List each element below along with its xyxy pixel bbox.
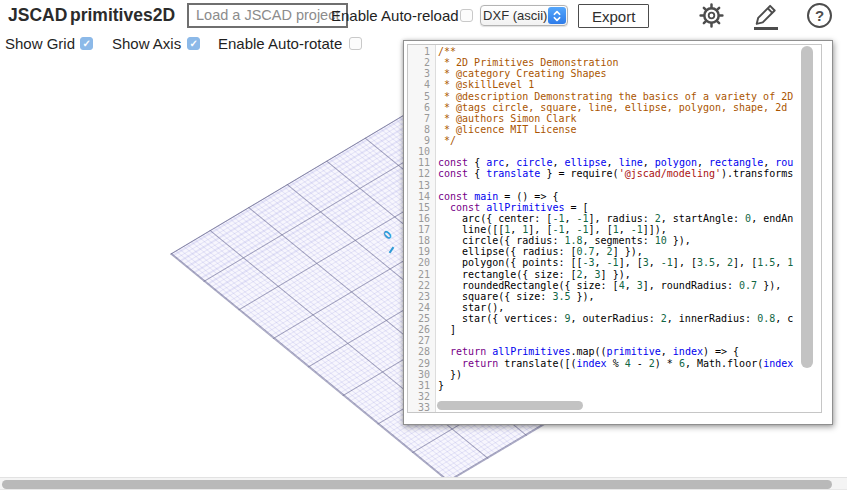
code-editor[interactable]: 1234567891011121314151617181920212223242…: [407, 44, 822, 413]
help-question-glyph: ?: [807, 3, 832, 28]
page-horizontal-scrollbar-track: [0, 477, 847, 490]
show-grid-label: Show Grid: [5, 35, 75, 52]
auto-rotate-label: Enable Auto-rotate: [218, 35, 342, 52]
export-button[interactable]: Export: [578, 4, 649, 28]
auto-reload-checkbox[interactable]: [460, 9, 473, 22]
code-editor-panel: 1234567891011121314151617181920212223242…: [403, 40, 833, 425]
export-format-value: DXF (ascii): [481, 8, 548, 23]
settings-gear-icon[interactable]: [698, 2, 728, 32]
pencil-underline: [754, 27, 778, 30]
show-axis-checkbox[interactable]: [187, 37, 200, 50]
show-axis-label: Show Axis: [112, 35, 181, 52]
auto-reload-label: Enable Auto-reload: [331, 7, 459, 24]
select-stepper-icon: [548, 7, 566, 24]
editor-vertical-scrollbar[interactable]: [801, 46, 813, 368]
editor-horizontal-scrollbar[interactable]: [437, 401, 583, 410]
show-grid-checkbox[interactable]: [80, 37, 93, 50]
help-icon[interactable]: ?: [807, 3, 837, 33]
design-title: primitives2D: [70, 5, 175, 26]
jscad-app: 0 JSCAD primitives2D Load a JSCAD projec…: [0, 0, 847, 493]
edit-pencil-icon[interactable]: [753, 3, 783, 33]
page-horizontal-scrollbar-thumb[interactable]: [2, 480, 832, 490]
app-logo-text: JSCAD: [8, 5, 67, 26]
export-format-select[interactable]: DXF (ascii): [480, 5, 568, 26]
header: JSCAD primitives2D Load a JSCAD project …: [0, 0, 847, 56]
auto-rotate-checkbox[interactable]: [349, 37, 362, 50]
line-number-gutter: 1234567891011121314151617181920212223242…: [408, 45, 436, 412]
load-project-button[interactable]: Load a JSCAD project: [187, 3, 348, 28]
code-lines[interactable]: /** * 2D Primitives Demonstration * @cat…: [437, 46, 809, 413]
